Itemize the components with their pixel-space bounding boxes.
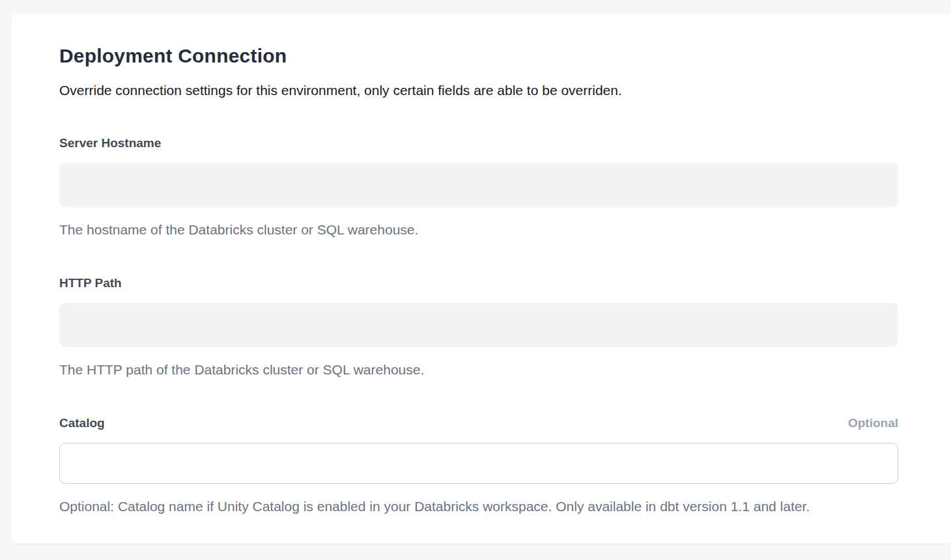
http-path-label-row: HTTP Path — [59, 275, 898, 290]
card-content: Deployment Connection Override connectio… — [11, 14, 898, 515]
server-hostname-label-row: Server Hostname — [59, 135, 898, 150]
catalog-help: Optional: Catalog name if Unity Catalog … — [59, 498, 898, 515]
field-server-hostname: Server Hostname The hostname of the Data… — [59, 135, 898, 238]
page-title: Deployment Connection — [59, 44, 898, 68]
http-path-label: HTTP Path — [59, 275, 122, 290]
deployment-connection-card: Deployment Connection Override connectio… — [10, 13, 951, 544]
catalog-optional-badge: Optional — [848, 415, 898, 430]
catalog-label-row: Catalog Optional — [59, 415, 898, 430]
server-hostname-help: The hostname of the Databricks cluster o… — [59, 221, 898, 238]
server-hostname-label: Server Hostname — [59, 135, 161, 150]
page-subtitle: Override connection settings for this en… — [59, 82, 898, 99]
catalog-label: Catalog — [59, 415, 105, 430]
http-path-input — [59, 303, 898, 347]
field-http-path: HTTP Path The HTTP path of the Databrick… — [59, 275, 898, 378]
connection-fields: Server Hostname The hostname of the Data… — [59, 135, 898, 515]
catalog-input[interactable] — [59, 443, 898, 484]
server-hostname-input — [59, 163, 898, 207]
http-path-help: The HTTP path of the Databricks cluster … — [59, 361, 898, 378]
field-catalog: Catalog Optional Optional: Catalog name … — [59, 415, 898, 515]
